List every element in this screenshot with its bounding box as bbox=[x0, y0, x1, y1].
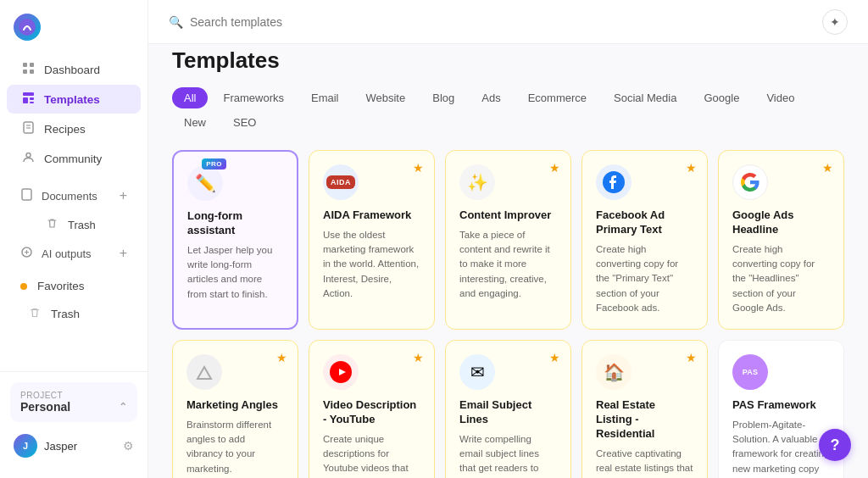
card-description: Problem-Agitate-Solution. A valuable fra… bbox=[732, 418, 830, 478]
star-icon: ★ bbox=[413, 351, 424, 364]
star-icon: ★ bbox=[686, 161, 697, 175]
card-title: Facebook Ad Primary Text bbox=[596, 208, 693, 237]
card-title: Video Description - YouTube bbox=[323, 398, 420, 427]
filter-tab-website[interactable]: Website bbox=[353, 87, 417, 108]
filter-tab-email[interactable]: Email bbox=[299, 87, 351, 108]
card-icon-wrap bbox=[323, 354, 359, 390]
svg-rect-5 bbox=[23, 92, 34, 96]
filter-tabs: AllFrameworksEmailWebsiteBlogAdsEcommerc… bbox=[172, 87, 844, 133]
card-title: Content Improver bbox=[459, 208, 557, 223]
documents-section[interactable]: Documents + bbox=[7, 181, 141, 210]
avatar: J bbox=[14, 434, 37, 458]
sidebar-item-favorites-trash[interactable]: Trash bbox=[7, 300, 141, 327]
svg-rect-3 bbox=[23, 69, 27, 74]
sidebar-item-label: Trash bbox=[68, 219, 96, 231]
filter-tab-seo[interactable]: SEO bbox=[221, 112, 268, 133]
logo-area bbox=[0, 10, 147, 54]
sidebar-item-favorites[interactable]: Favorites bbox=[7, 273, 141, 299]
ai-outputs-label: AI outputs bbox=[42, 247, 92, 260]
settings-gear-icon[interactable]: ⚙ bbox=[123, 439, 134, 453]
template-card-long-form[interactable]: ✏️ PRO Long-form assistant Let Jasper he… bbox=[172, 150, 298, 330]
user-name: Jasper bbox=[44, 440, 77, 453]
card-description: Use the oldest marketing framework in th… bbox=[323, 228, 420, 301]
documents-trash: Trash bbox=[0, 211, 147, 238]
search-icon: 🔍 bbox=[169, 15, 183, 29]
card-description: Create unique descriptions for Youtube v… bbox=[323, 432, 420, 478]
templates-icon bbox=[20, 92, 36, 107]
card-description: Create high converting copy for the "Pri… bbox=[596, 242, 693, 315]
star-icon: ★ bbox=[549, 161, 560, 175]
template-card-real-estate[interactable]: ★ 🏠 Real Estate Listing - Residential Cr… bbox=[581, 340, 708, 478]
template-card-email-subject[interactable]: ★ ✉ Email Subject Lines Write compelling… bbox=[445, 340, 571, 478]
template-card-aida[interactable]: ★ AIDA AIDA Framework Use the oldest mar… bbox=[309, 150, 435, 330]
svg-marker-16 bbox=[198, 367, 211, 379]
card-icon-wrap: 🏠 bbox=[596, 354, 632, 390]
add-ai-output-button[interactable]: + bbox=[120, 246, 127, 261]
card-description: Creative captivating real estate listing… bbox=[596, 447, 693, 478]
card-title: Google Ads Headline bbox=[732, 208, 830, 237]
template-card-video-desc[interactable]: ★ Video Description - YouTube Create uni… bbox=[309, 340, 435, 478]
sidebar-item-templates[interactable]: Templates bbox=[7, 85, 141, 114]
card-icon-wrap: ✉ bbox=[459, 354, 495, 390]
svg-point-12 bbox=[26, 153, 31, 158]
top-bar: 🔍 ✦ bbox=[148, 0, 868, 44]
filter-tab-blog[interactable]: Blog bbox=[420, 87, 466, 108]
svg-rect-6 bbox=[23, 97, 28, 103]
dashboard-icon bbox=[20, 62, 36, 77]
sidebar-item-dashboard[interactable]: Dashboard bbox=[7, 55, 141, 84]
app-logo bbox=[14, 14, 41, 41]
sidebar-item-recipes[interactable]: Recipes bbox=[7, 114, 141, 143]
card-description: Let Jasper help you write long-form arti… bbox=[187, 243, 283, 302]
filter-tab-new[interactable]: New bbox=[172, 112, 218, 133]
page-title: Templates bbox=[172, 47, 844, 74]
svg-rect-8 bbox=[30, 102, 34, 103]
sidebar: Dashboard Templates Recipes Community bbox=[0, 0, 148, 478]
favorites-trash-label: Trash bbox=[51, 308, 80, 320]
filter-tab-video[interactable]: Video bbox=[754, 87, 806, 108]
sidebar-item-label: Templates bbox=[44, 93, 100, 106]
documents-label: Documents bbox=[42, 190, 97, 203]
favorites-trash-icon bbox=[27, 307, 42, 320]
star-icon: ★ bbox=[686, 351, 697, 364]
filter-tab-social_media[interactable]: Social Media bbox=[602, 87, 688, 108]
card-icon-wrap: ✨ bbox=[459, 164, 495, 200]
filter-tab-ecommerce[interactable]: Ecommerce bbox=[516, 87, 598, 108]
project-box[interactable]: PROJECT Personal ⌃ bbox=[10, 382, 137, 422]
trash-icon bbox=[44, 218, 59, 231]
card-icon-wrap: ✏️ PRO bbox=[187, 165, 223, 201]
template-card-marketing-angles[interactable]: ★ Marketing Angles Brainstorm different … bbox=[172, 340, 298, 478]
search-input[interactable] bbox=[190, 15, 376, 29]
svg-rect-2 bbox=[30, 63, 34, 67]
ai-outputs-section[interactable]: AI outputs + bbox=[7, 239, 141, 268]
ai-outputs-icon bbox=[20, 246, 33, 261]
template-card-content-improver[interactable]: ★ ✨ Content Improver Take a piece of con… bbox=[445, 150, 571, 330]
card-description: Create high converting copy for the "Hea… bbox=[732, 242, 830, 315]
card-icon-wrap bbox=[732, 164, 768, 200]
sidebar-item-community[interactable]: Community bbox=[7, 144, 141, 173]
sidebar-item-trash[interactable]: Trash bbox=[31, 211, 144, 238]
filter-tab-google[interactable]: Google bbox=[692, 87, 751, 108]
card-icon-wrap: AIDA bbox=[323, 164, 359, 200]
card-title: Long-form assistant bbox=[187, 209, 283, 238]
sidebar-bottom: PROJECT Personal ⌃ J Jasper ⚙ bbox=[0, 371, 147, 468]
add-document-button[interactable]: + bbox=[120, 188, 127, 203]
filter-tab-all[interactable]: All bbox=[172, 87, 208, 108]
star-icon: ★ bbox=[549, 351, 560, 364]
project-name: Personal ⌃ bbox=[20, 400, 127, 414]
template-card-google-ads[interactable]: ★ Google Ads Headline Create high conver… bbox=[718, 150, 844, 330]
sidebar-navigation: Dashboard Templates Recipes Community bbox=[0, 54, 147, 371]
card-icon-wrap bbox=[596, 164, 632, 200]
main-content: Templates AllFrameworksEmailWebsiteBlogA… bbox=[148, 44, 868, 478]
sidebar-item-label: Community bbox=[44, 153, 102, 165]
filter-tab-frameworks[interactable]: Frameworks bbox=[211, 87, 296, 108]
user-row: J Jasper ⚙ bbox=[10, 431, 137, 461]
sparkle-button[interactable]: ✦ bbox=[822, 9, 848, 35]
star-icon: ★ bbox=[413, 161, 424, 175]
template-card-facebook-ad[interactable]: ★ Facebook Ad Primary Text Create high c… bbox=[581, 150, 708, 330]
card-title: Email Subject Lines bbox=[459, 398, 557, 427]
help-button[interactable]: ? bbox=[819, 429, 851, 461]
card-title: Real Estate Listing - Residential bbox=[596, 398, 693, 442]
filter-tab-ads[interactable]: Ads bbox=[470, 87, 512, 108]
card-icon-wrap bbox=[186, 354, 222, 390]
community-icon bbox=[20, 151, 36, 166]
